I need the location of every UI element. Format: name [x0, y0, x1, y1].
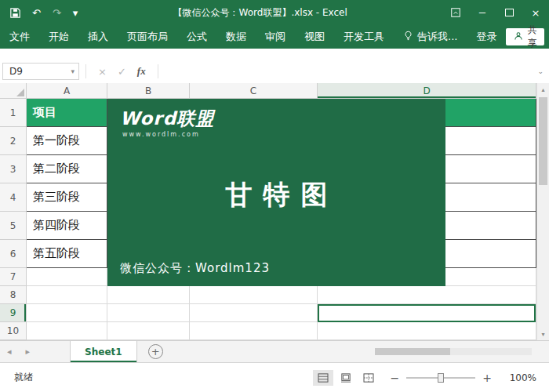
row-header-9[interactable]: 9: [0, 304, 27, 322]
cell-A8[interactable]: [27, 286, 107, 304]
view-shortcuts: [313, 370, 379, 386]
new-sheet-button[interactable]: +: [148, 344, 163, 359]
formula-bar-divider2: [158, 64, 158, 78]
page-layout-view-icon[interactable]: [336, 370, 356, 386]
cell-A4[interactable]: 第三阶段: [27, 183, 107, 212]
zoom-out-button[interactable]: −: [385, 372, 405, 384]
cell-B9[interactable]: [107, 304, 190, 322]
zoom-slider-thumb[interactable]: [438, 373, 444, 383]
vertical-scrollbar-thumb[interactable]: [539, 97, 547, 185]
formula-bar-expand-icon[interactable]: ⌄: [532, 67, 549, 75]
redo-icon[interactable]: ↷: [53, 8, 61, 18]
cancel-icon[interactable]: ×: [93, 66, 112, 78]
formula-input[interactable]: [165, 60, 533, 83]
cell-D8[interactable]: [318, 286, 536, 304]
cell-A1[interactable]: 项目: [27, 99, 107, 127]
cell-A3[interactable]: 第二阶段: [27, 155, 107, 183]
horizontal-scrollbar[interactable]: [375, 348, 532, 355]
scroll-down-icon[interactable]: ▾: [537, 328, 549, 340]
person-icon: [514, 31, 523, 43]
name-box[interactable]: D9 ▾: [2, 63, 79, 80]
row-header-4[interactable]: 4: [0, 183, 27, 212]
close-button[interactable]: ×: [522, 0, 549, 25]
promo-logo-url: www.wordlm.com: [122, 131, 200, 138]
tab-file[interactable]: 文件: [0, 25, 39, 49]
save-icon[interactable]: [10, 8, 20, 18]
row-header-2[interactable]: 2: [0, 127, 27, 155]
row-header-6[interactable]: 6: [0, 240, 27, 268]
share-label: 共享: [527, 24, 536, 50]
maximize-button[interactable]: [496, 0, 522, 25]
maximize-icon: [505, 9, 514, 16]
tab-page-layout[interactable]: 页面布局: [118, 25, 177, 49]
lightbulb-icon: [403, 31, 413, 43]
sheet-nav-left-icon[interactable]: ◂: [0, 347, 19, 357]
promo-overlay-image: Word联盟 www.wordlm.com 甘特图 微信公众号：Wordlm12…: [107, 99, 445, 286]
minimize-button[interactable]: ─: [469, 0, 496, 25]
vertical-scrollbar[interactable]: ▴ ▾: [536, 83, 549, 340]
cell-D10[interactable]: [318, 322, 536, 340]
cell-D9[interactable]: [318, 304, 536, 322]
column-headers: A B C D: [0, 83, 536, 99]
zoom-slider[interactable]: [406, 377, 475, 379]
cell-A10[interactable]: [27, 322, 107, 340]
tab-developer[interactable]: 开发工具: [334, 25, 394, 49]
normal-view-icon[interactable]: [313, 370, 333, 386]
sheet-nav-right-icon[interactable]: ▸: [19, 347, 38, 357]
undo-icon[interactable]: ↶: [32, 8, 41, 18]
row-header-3[interactable]: 3: [0, 155, 27, 183]
row-header-8[interactable]: 8: [0, 286, 27, 304]
row-header-1[interactable]: 1: [0, 99, 27, 127]
scroll-up-icon[interactable]: ▴: [537, 83, 549, 96]
promo-footer: 微信公众号：Wordlm123: [120, 261, 270, 276]
column-header-A[interactable]: A: [27, 83, 107, 98]
tab-data[interactable]: 数据: [216, 25, 256, 49]
cell-A7[interactable]: [27, 268, 107, 286]
cell-C9[interactable]: [190, 304, 318, 322]
tab-view[interactable]: 视图: [295, 25, 334, 49]
cell-A9[interactable]: [27, 304, 107, 322]
tab-insert[interactable]: 插入: [78, 25, 118, 49]
cell-A6[interactable]: 第五阶段: [27, 240, 107, 268]
promo-title: 甘特图: [107, 177, 445, 213]
insert-function-icon[interactable]: fx: [132, 65, 151, 78]
cell-A5[interactable]: 第四阶段: [27, 212, 107, 240]
tab-formulas[interactable]: 公式: [177, 25, 216, 49]
cell-B8[interactable]: [107, 286, 190, 304]
status-bar: 就绪 − + 100%: [0, 362, 549, 392]
select-all-triangle-icon: [16, 89, 24, 96]
select-all-button[interactable]: [0, 83, 27, 98]
tab-review[interactable]: 审阅: [256, 25, 295, 49]
quick-access-toolbar: ↶ ↷ ▾: [0, 8, 78, 18]
zoom-level-label[interactable]: 100%: [497, 372, 549, 383]
horizontal-scrollbar-thumb[interactable]: [375, 348, 450, 355]
sheet-tab-sheet1[interactable]: Sheet1: [70, 341, 137, 362]
row-header-5[interactable]: 5: [0, 212, 27, 240]
column-header-B[interactable]: B: [107, 83, 190, 98]
cell-A2[interactable]: 第一阶段: [27, 127, 107, 155]
status-ready-label: 就绪: [0, 371, 33, 384]
sign-in-button[interactable]: 登录: [467, 30, 506, 44]
zoom-in-button[interactable]: +: [477, 372, 497, 384]
ribbon-display-options-icon[interactable]: [442, 0, 469, 25]
page-break-view-icon[interactable]: [358, 370, 379, 386]
cell-C8[interactable]: [190, 286, 318, 304]
grid-row: 10: [0, 322, 536, 340]
formula-bar-divider: [85, 64, 86, 78]
name-box-value: D9: [9, 66, 23, 77]
name-box-dropdown-icon[interactable]: ▾: [71, 67, 78, 75]
column-header-D[interactable]: D: [318, 83, 536, 98]
sheet-tab-bar: ◂ ▸ Sheet1 +: [0, 340, 549, 362]
grid-row: 9: [0, 304, 536, 322]
cell-B10[interactable]: [107, 322, 190, 340]
cell-C10[interactable]: [190, 322, 318, 340]
tell-me-box[interactable]: 告诉我...: [394, 25, 467, 49]
column-header-C[interactable]: C: [190, 83, 318, 98]
row-header-7[interactable]: 7: [0, 268, 27, 286]
window-controls: ─ ×: [442, 0, 549, 25]
grid-row: 8: [0, 286, 536, 304]
enter-icon[interactable]: ✓: [112, 66, 132, 78]
row-header-10[interactable]: 10: [0, 322, 27, 340]
tab-home[interactable]: 开始: [39, 25, 78, 49]
share-button[interactable]: 共享: [506, 28, 544, 45]
